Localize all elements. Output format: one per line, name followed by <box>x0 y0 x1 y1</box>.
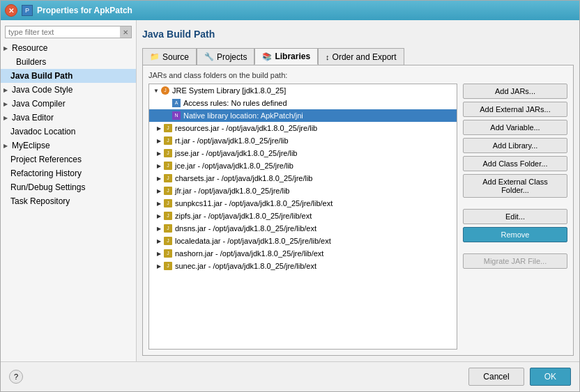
expand-icon: ▼ <box>152 86 160 95</box>
tree-item-zipfs-jar[interactable]: ▶ J zipfs.jar - /opt/java/jdk1.8.0_25/jr… <box>149 210 457 222</box>
native-icon: N <box>171 111 181 120</box>
sidebar-item-run-debug-settings[interactable]: Run/Debug Settings <box>1 180 136 194</box>
tree-item-jfr-jar[interactable]: ▶ J jfr.jar - /opt/java/jdk1.8.0_25/jre/… <box>149 185 457 197</box>
sidebar-item-label: Javadoc Location <box>10 127 75 136</box>
filter-input[interactable] <box>6 26 120 38</box>
sidebar-item-builders[interactable]: Builders <box>1 55 136 69</box>
rule-icon: A <box>171 98 181 108</box>
expand-icon: ▶ <box>155 187 163 195</box>
titlebar: ✕ P Properties for ApkPatch <box>1 1 579 20</box>
sidebar-item-task-repository[interactable]: Task Repository <box>1 194 136 208</box>
content-description: JARs and class folders on the build path… <box>148 71 567 79</box>
expand-icon: ▶ <box>155 199 163 207</box>
expand-icon: ▶ <box>155 262 163 270</box>
tree-item-localedata-jar[interactable]: ▶ J localedata.jar - /opt/java/jdk1.8.0_… <box>149 235 457 247</box>
add-external-class-folder-button[interactable]: Add External Class Folder... <box>463 174 567 198</box>
sidebar-item-myeclipse[interactable]: ▶ MyEclipse <box>1 139 136 152</box>
arrow-icon: ▶ <box>3 115 8 121</box>
tree-item-label: localedata.jar - /opt/java/jdk1.8.0_25/j… <box>175 237 331 245</box>
tree-item-access-rules[interactable]: A Access rules: No rules defined <box>149 97 457 109</box>
tree-item-jce-jar[interactable]: ▶ J jce.jar - /opt/java/jdk1.8.0_25/jre/… <box>149 159 457 172</box>
add-variable-button[interactable]: Add Variable... <box>463 120 567 135</box>
expand-icon <box>163 99 171 107</box>
tab-source[interactable]: 📁 Source <box>142 48 197 65</box>
tree-item-label: JRE System Library [jdk1.8.0_25] <box>172 86 286 95</box>
tree-item-label: nashorn.jar - /opt/java/jdk1.8.0_25/jre/… <box>175 249 323 258</box>
jar-icon: J <box>163 249 173 258</box>
tab-order-export[interactable]: ↕ Order and Export <box>318 48 404 65</box>
sidebar-item-javadoc-location[interactable]: Javadoc Location <box>1 125 136 139</box>
jar-icon: J <box>163 186 173 196</box>
tree-item-rt-jar[interactable]: ▶ J rt.jar - /opt/java/jdk1.8.0_25/jre/l… <box>149 134 457 147</box>
filter-clear-button[interactable]: ✕ <box>120 26 131 38</box>
sidebar-item-project-references[interactable]: Project References <box>1 152 136 166</box>
remove-button[interactable]: Remove <box>463 227 567 242</box>
order-export-tab-icon: ↕ <box>326 53 330 61</box>
tab-projects[interactable]: 🔧 Projects <box>197 48 254 65</box>
add-external-jars-button[interactable]: Add External JARs... <box>463 102 567 117</box>
right-panel: Java Build Path 📁 Source 🔧 Projects 📚 Li… <box>137 20 579 361</box>
source-tab-icon: 📁 <box>150 52 160 61</box>
edit-button[interactable]: Edit... <box>463 209 567 224</box>
action-buttons-panel: Add JARs... Add External JARs... Add Var… <box>463 84 567 350</box>
tree-item-jre-system[interactable]: ▼ J JRE System Library [jdk1.8.0_25] <box>149 84 457 97</box>
tab-bar: 📁 Source 🔧 Projects 📚 Libraries ↕ Order … <box>142 48 574 65</box>
jar-icon: J <box>163 123 173 133</box>
library-tree[interactable]: ▼ J JRE System Library [jdk1.8.0_25] A A… <box>148 84 457 350</box>
arrow-icon: ▶ <box>3 45 8 52</box>
projects-tab-icon: 🔧 <box>204 52 214 61</box>
sidebar-item-label: Builders <box>16 57 46 67</box>
bottom-left: ? <box>9 370 23 384</box>
expand-icon: ▶ <box>155 212 163 220</box>
tree-item-sunpkcs11-jar[interactable]: ▶ J sunpkcs11.jar - /opt/java/jdk1.8.0_2… <box>149 197 457 210</box>
add-jars-button[interactable]: Add JARs... <box>463 84 567 99</box>
sidebar-item-label: Refactoring History <box>10 168 82 178</box>
tab-projects-label: Projects <box>217 52 247 62</box>
panel-title: Java Build Path <box>142 26 574 42</box>
add-class-folder-button[interactable]: Add Class Folder... <box>463 156 567 171</box>
cancel-button[interactable]: Cancel <box>468 368 524 386</box>
sidebar-item-java-code-style[interactable]: ▶ Java Code Style <box>1 83 136 97</box>
jar-icon: J <box>163 161 173 171</box>
bottom-right: Cancel OK <box>468 368 571 386</box>
sidebar-item-java-compiler[interactable]: ▶ Java Compiler <box>1 97 136 111</box>
properties-dialog: ✕ P Properties for ApkPatch ✕ ▶ Resource… <box>0 0 580 392</box>
sidebar-item-java-build-path[interactable]: Java Build Path <box>1 69 136 83</box>
tree-item-label: rt.jar - /opt/java/jdk1.8.0_25/jre/lib <box>175 136 289 145</box>
help-button[interactable]: ? <box>9 370 23 384</box>
filter-box[interactable]: ✕ <box>5 26 132 38</box>
tree-item-dnsns-jar[interactable]: ▶ J dnsns.jar - /opt/java/jdk1.8.0_25/jr… <box>149 222 457 235</box>
tree-item-resources-jar[interactable]: ▶ J resources.jar - /opt/java/jdk1.8.0_2… <box>149 122 457 134</box>
migrate-jar-button[interactable]: Migrate JAR File... <box>463 253 567 269</box>
bottom-bar: ? Cancel OK <box>1 361 579 391</box>
close-button[interactable]: ✕ <box>5 4 17 17</box>
tree-item-label: sunpkcs11.jar - /opt/java/jdk1.8.0_25/jr… <box>175 199 333 207</box>
tab-libraries[interactable]: 📚 Libraries <box>254 48 318 65</box>
tree-item-sunec-jar[interactable]: ▶ J sunec.jar - /opt/java/jdk1.8.0_25/jr… <box>149 260 457 272</box>
window-icon: P <box>22 5 33 16</box>
add-library-button[interactable]: Add Library... <box>463 138 567 153</box>
sidebar-item-label: Run/Debug Settings <box>10 182 85 192</box>
sidebar-item-label: Resource <box>12 43 47 53</box>
tree-item-label: zipfs.jar - /opt/java/jdk1.8.0_25/jre/li… <box>175 212 312 220</box>
jar-icon: J <box>163 136 173 146</box>
sidebar-item-java-editor[interactable]: ▶ Java Editor <box>1 111 136 125</box>
expand-icon: ▶ <box>155 124 163 132</box>
tree-item-charsets-jar[interactable]: ▶ J charsets.jar - /opt/java/jdk1.8.0_25… <box>149 172 457 185</box>
sidebar-item-refactoring-history[interactable]: Refactoring History <box>1 166 136 180</box>
tree-item-label: jsse.jar - /opt/java/jdk1.8.0_25/jre/lib <box>175 149 297 157</box>
sidebar-item-label: Task Repository <box>10 196 70 206</box>
tree-item-label: Native library location: ApkPatch/jni <box>183 111 303 120</box>
arrow-icon: ▶ <box>3 87 8 93</box>
tree-item-nashorn-jar[interactable]: ▶ J nashorn.jar - /opt/java/jdk1.8.0_25/… <box>149 247 457 260</box>
sidebar-item-resource[interactable]: ▶ Resource <box>1 41 136 55</box>
libraries-tab-icon: 📚 <box>262 52 272 61</box>
jar-icon: J <box>163 198 173 208</box>
content-area: JARs and class folders on the build path… <box>142 65 574 356</box>
ok-button[interactable]: OK <box>530 368 571 386</box>
sidebar-item-label: Java Compiler <box>12 99 66 109</box>
tree-item-native-library[interactable]: N Native library location: ApkPatch/jni <box>149 109 457 122</box>
tree-item-label: jce.jar - /opt/java/jdk1.8.0_25/jre/lib <box>175 162 293 170</box>
tree-item-jsse-jar[interactable]: ▶ J jsse.jar - /opt/java/jdk1.8.0_25/jre… <box>149 147 457 159</box>
expand-icon: ▶ <box>155 174 163 182</box>
